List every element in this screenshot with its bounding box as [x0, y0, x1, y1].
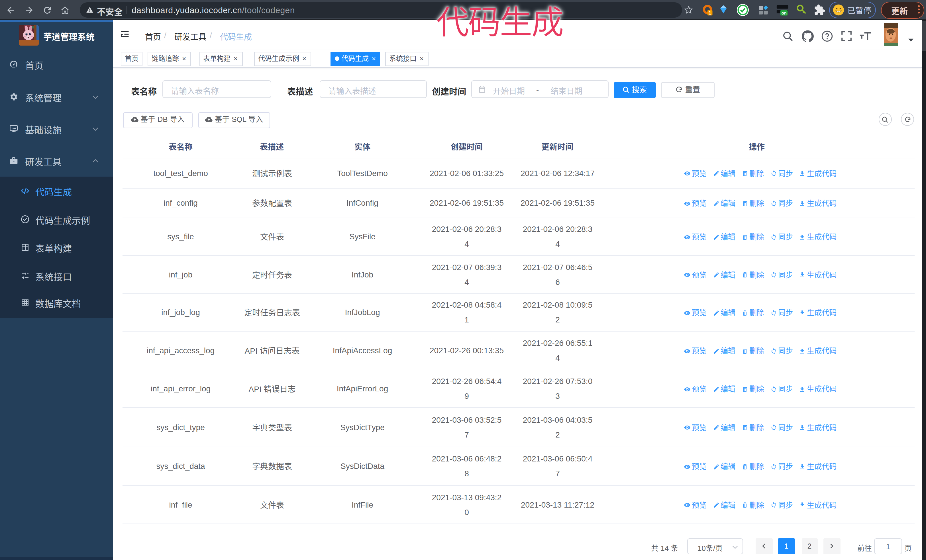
svg-text:1: 1	[709, 11, 711, 15]
svg-text:on: on	[782, 11, 787, 15]
